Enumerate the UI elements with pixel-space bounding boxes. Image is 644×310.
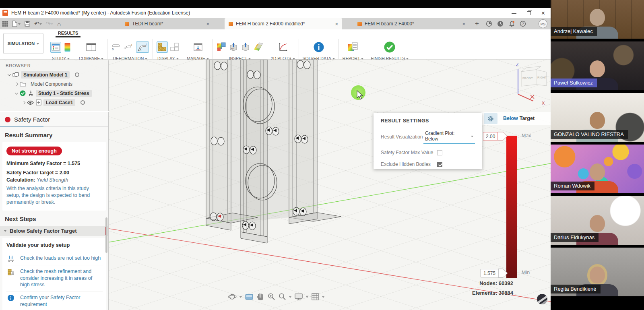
tab-fem-h-beam-2-f4000[interactable]: FEM H beam 2 F4000* × [353,18,469,29]
deformation-actual-icon[interactable]: I [123,43,134,52]
fit-icon[interactable] [278,293,286,301]
legend-max-pointer-icon [498,132,508,141]
ribbon-results-section: RESULTS STUDY COMPARE [47,29,412,64]
data-panel-grid-icon[interactable] [2,21,8,27]
participant-tile[interactable]: Roman Wdowik [551,145,644,193]
grid-display-icon[interactable] [170,43,179,52]
look-at-icon[interactable] [245,293,254,300]
home-icon[interactable]: ⌂ [57,21,61,27]
redo-button[interactable]: ↷ [46,20,54,27]
exclude-hidden-bodies-checkbox[interactable] [437,162,442,167]
mesh-refinement-icon [7,269,14,276]
participant-tile[interactable]: Regita Bendikienė [551,248,644,296]
notifications-bell-icon[interactable] [507,19,516,28]
solver-data-info-icon[interactable] [313,41,324,53]
legend-settings-button[interactable] [484,113,497,124]
close-button[interactable]: × [541,10,545,17]
study-icon [28,90,34,96]
result-description: With the analysis criteria in this study… [6,185,102,206]
panel-scrollbar[interactable] [105,217,107,253]
result-summary-heading: Result Summary [0,127,108,142]
grid-snap-icon[interactable] [311,293,319,301]
inspect-gradient-icon[interactable] [217,42,226,52]
participant-name: Darius Eidukynas [551,233,599,242]
visibility-eye-icon[interactable] [27,100,34,105]
participant-tile[interactable]: Darius Eidukynas [551,196,644,245]
mesh-display-icon[interactable] [157,41,168,53]
chevron-right-icon[interactable] [15,82,18,85]
finish-results-check-icon[interactable] [384,41,396,53]
extensions-icon[interactable] [485,19,493,28]
view-cube[interactable]: FRONT RIGHT Z X [499,60,551,108]
panel-title: Safety Factor [14,116,50,123]
orbit-caret-icon[interactable] [239,296,242,299]
legend-min-value-input[interactable]: 1.575 [481,269,498,277]
safety-factor-max-checkbox[interactable] [437,150,442,155]
study-manager-icon[interactable] [50,42,61,53]
next-step-item[interactable]: Confirm your Safety Factor requirement [6,291,103,310]
display-caret-icon[interactable] [306,296,308,299]
tree-item-study-1[interactable]: Study 1 - Static Stress [36,90,92,97]
tab-close-icon[interactable]: × [206,21,209,27]
below-target-section-row[interactable]: Below Safety Factor Target [0,226,108,236]
user-avatar[interactable]: PS [539,19,547,28]
minimize-button[interactable] [512,13,516,14]
next-step-item[interactable]: Check the loads are not set too high [6,252,103,265]
chevron-right-icon[interactable] [22,101,25,104]
radio-icon[interactable] [80,100,85,105]
results-section-tab[interactable]: RESULTS [56,31,80,37]
deformation-zero-icon[interactable]: 0 [111,43,121,52]
participant-tile[interactable]: Paweł Sułkowicz [551,41,644,90]
tree-item-simulation-model[interactable]: Simulation Model 1 [21,71,70,79]
file-menu[interactable] [12,21,21,27]
tab-close-icon[interactable]: × [335,21,338,27]
chevron-down-icon[interactable] [15,91,18,94]
safety-factor-colorbar[interactable] [506,136,517,278]
viewcube-front-label[interactable]: FRONT [522,76,533,80]
tab-close-icon[interactable]: × [462,21,465,27]
tree-item-model-components[interactable]: Model Components [28,81,75,88]
fit-caret-icon[interactable] [289,296,291,299]
inspect-probe-icon[interactable] [241,42,250,52]
inspect-probe-xyz-icon[interactable]: xyz [229,42,238,52]
next-step-item[interactable]: Check the mesh refinement and consider i… [6,265,103,292]
deformation-scale-icon[interactable]: 1XI [136,41,149,53]
ribbon-toolbar: SIMULATION RESULTS STUDY [0,29,551,60]
next-steps-heading: Next Steps [0,211,108,225]
svg-text:xyz: xyz [231,47,235,50]
result-visualization-dropdown[interactable]: Gradient Plot: Below [423,130,475,144]
help-icon[interactable]: ? [518,19,527,28]
zoom-icon[interactable] [267,293,275,301]
job-status-icon[interactable] [496,19,505,28]
workspace-selector[interactable]: SIMULATION [3,33,43,54]
viewcube-right-label[interactable]: RIGHT [537,76,547,79]
meeting-floating-badge[interactable] [537,294,547,304]
load-case-icon [36,99,41,105]
orbit-icon[interactable] [228,293,237,301]
step-text: Confirm your Safety Factor requirement [20,294,103,308]
manage-icon[interactable] [194,43,202,52]
tree-item-load-case1[interactable]: Load Case1 [43,99,75,106]
inspect-slice-plane-icon[interactable] [253,42,263,52]
participant-tile[interactable]: GONZALO VALIÑO RIESTRA [551,93,644,142]
save-icon[interactable] [25,21,30,27]
restore-button[interactable] [527,11,531,15]
grid-caret-icon[interactable] [322,296,324,299]
group-solver-data: SOLVER DATA [299,37,339,61]
new-tab-button[interactable]: + [475,18,479,29]
tab-tedi-h-beam[interactable]: TEDI H beam* × [121,18,213,29]
legend-rainbow-icon[interactable] [64,43,71,52]
legend-max-value-input[interactable]: 2.00 [483,132,498,141]
chevron-down-icon[interactable] [8,72,11,76]
radio-icon[interactable] [75,72,79,77]
tab-label: FEM H beam 2 F4000 modified* [236,21,305,27]
display-settings-icon[interactable] [294,293,303,301]
compare-icon[interactable] [86,43,96,52]
document-cube-icon [229,22,233,26]
participant-tile[interactable]: Andrzej Kawalec [551,0,644,39]
undo-button[interactable]: ↶ [34,20,42,27]
tab-fem-h-beam-2-f4000-modified[interactable]: FEM H beam 2 F4000 modified* × [225,18,342,29]
report-icon[interactable] [348,42,358,52]
pan-hand-icon[interactable] [256,293,264,301]
2d-plots-icon[interactable] [278,42,288,52]
